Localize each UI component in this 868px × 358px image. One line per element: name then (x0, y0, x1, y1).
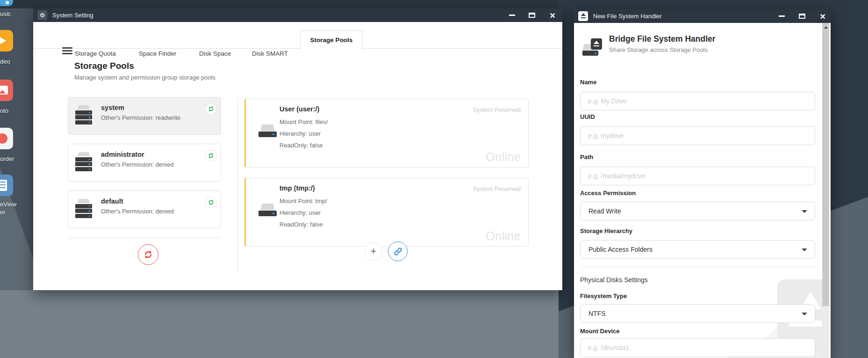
mount-readonly: ReadOnly: false (280, 139, 328, 151)
recorder-icon[interactable] (0, 128, 13, 149)
wallpaper-polygon (0, 289, 580, 358)
desktop-icon-label[interactable]: order (0, 155, 28, 162)
minimize-icon (779, 15, 785, 17)
page-title: Storage Pools (74, 61, 134, 71)
link-mount-button[interactable] (388, 241, 408, 261)
photo-frame-icon (0, 86, 8, 95)
document-icon (0, 180, 7, 191)
refresh-icon (208, 106, 214, 112)
physical-disks-section-title: Physical Disks Settings (580, 276, 648, 284)
name-label: Name (580, 79, 596, 86)
pool-permission: Other's Permission: denied (101, 208, 174, 215)
mount-details: Mount Point: tmp/ Hierarchy: user ReadOn… (280, 195, 327, 230)
disk-icon (258, 204, 277, 217)
disk-icon (258, 124, 277, 138)
minimize-icon (509, 15, 515, 16)
uuid-input[interactable] (580, 126, 815, 145)
storage-hierarchy-label: Storage Hierarchy (580, 227, 632, 234)
status-online: Online (486, 150, 521, 164)
access-permission-select[interactable]: Read Write (580, 202, 815, 220)
divider (237, 98, 238, 272)
pool-item-system[interactable]: system Other's Permission: readwrite (68, 97, 221, 135)
desktop-icon-label[interactable]: eView (0, 201, 28, 208)
filesystem-type-select[interactable]: NTFS (580, 304, 815, 323)
refresh-icon (143, 250, 153, 259)
server-icon (75, 152, 92, 173)
music-note-icon (6, 1, 9, 4)
music-icon[interactable] (0, 0, 13, 6)
refresh-icon (208, 199, 214, 205)
desktop-icon-label[interactable]: oto (0, 107, 28, 114)
mount-details: Mount Point: files/ Hierarchy: user Read… (280, 116, 328, 151)
scrollbar-thumb[interactable] (822, 31, 829, 306)
window-title: New File System Handler (593, 13, 662, 20)
fileviewer-icon[interactable] (0, 175, 13, 196)
divider (68, 238, 221, 238)
scroll-up-button[interactable] (822, 23, 829, 31)
tab-storage-pools[interactable]: Storage Pools (300, 30, 363, 50)
menu-icon[interactable] (62, 47, 72, 55)
close-button[interactable]: × (545, 8, 560, 22)
mount-title: User (user:/) (280, 105, 319, 113)
pool-permission: Other's Permission: readwrite (101, 114, 180, 121)
pool-name: default (101, 197, 123, 205)
chevron-down-icon (802, 248, 807, 251)
photo-icon[interactable] (0, 80, 13, 101)
mount-title: tmp (tmp:/) (280, 184, 315, 192)
name-input[interactable] (580, 92, 815, 110)
arrow-up-icon (824, 26, 828, 29)
mount-readonly: ReadOnly: false (280, 219, 327, 230)
desktop-icon-label[interactable]: er (0, 209, 28, 216)
chevron-down-icon (802, 210, 807, 213)
system-reserved-badge: System Reserved (473, 185, 521, 192)
access-permission-value: Read Write (588, 207, 621, 215)
close-icon: × (820, 12, 825, 21)
plus-icon: + (371, 245, 377, 257)
refresh-pools-button[interactable] (138, 244, 158, 265)
pool-item-administrator[interactable]: administrator Other's Permission: denied (68, 144, 221, 182)
system-reserved-badge: System Reserved (473, 106, 521, 113)
window-title: System Setting (52, 12, 93, 19)
mount-card-tmp[interactable]: tmp (tmp:/) Mount Point: tmp/ Hierarchy:… (244, 178, 529, 247)
uuid-label: UUID (580, 113, 595, 120)
path-input[interactable] (580, 167, 815, 185)
tab-disk-smart[interactable]: Disk SMART (252, 50, 288, 57)
refresh-pool-button[interactable] (205, 150, 217, 161)
tab-storage-quota[interactable]: Storage Quota (75, 50, 116, 57)
tab-disk-space[interactable]: Disk Space (199, 50, 231, 57)
mountain-icon (0, 90, 6, 94)
page-subtitle: Manage system and permission group stora… (74, 74, 215, 81)
maximize-button[interactable] (795, 9, 810, 23)
tab-space-finder[interactable]: Space Finder (139, 50, 176, 57)
maximize-icon (799, 14, 805, 19)
mount-device-input[interactable] (580, 338, 815, 357)
pool-item-default[interactable]: default Other's Permission: denied (68, 190, 221, 228)
close-button[interactable]: × (815, 9, 830, 23)
refresh-pool-button[interactable] (205, 197, 217, 208)
path-label: Path (580, 153, 593, 161)
tab-bar: Storage Quota Space Finder Disk Space Di… (33, 22, 562, 49)
pool-name: system (101, 104, 124, 111)
chevron-down-icon (802, 313, 807, 315)
system-setting-titlebar[interactable]: ⚙ System Setting × (33, 8, 562, 22)
video-icon[interactable] (0, 30, 13, 51)
maximize-icon (529, 13, 535, 18)
add-mount-button[interactable]: + (364, 242, 383, 261)
refresh-icon (208, 153, 214, 159)
minimize-button[interactable] (504, 8, 519, 22)
mount-hierarchy: Hierarchy: user (280, 128, 328, 139)
server-icon (75, 105, 92, 126)
minimize-button[interactable] (774, 9, 789, 23)
maximize-button[interactable] (524, 8, 539, 22)
refresh-pool-button[interactable] (205, 103, 217, 115)
system-setting-window: ⚙ System Setting × Storage Quota Space F… (33, 8, 562, 290)
mount-card-user[interactable]: User (user:/) Mount Point: files/ Hierar… (244, 99, 529, 168)
mount-hierarchy: Hierarchy: user (280, 207, 327, 219)
desktop: usic deo oto order eView er ⚙ System Set… (0, 0, 868, 358)
desktop-icon-label[interactable]: usic (0, 10, 28, 17)
mount-point: Mount Point: tmp/ (280, 195, 327, 207)
handler-titlebar[interactable]: New File System Handler × (574, 9, 831, 23)
scrollbar[interactable] (822, 23, 829, 358)
storage-hierarchy-select[interactable]: Public Access Folders (580, 240, 815, 259)
desktop-icon-label[interactable]: deo (0, 58, 28, 65)
